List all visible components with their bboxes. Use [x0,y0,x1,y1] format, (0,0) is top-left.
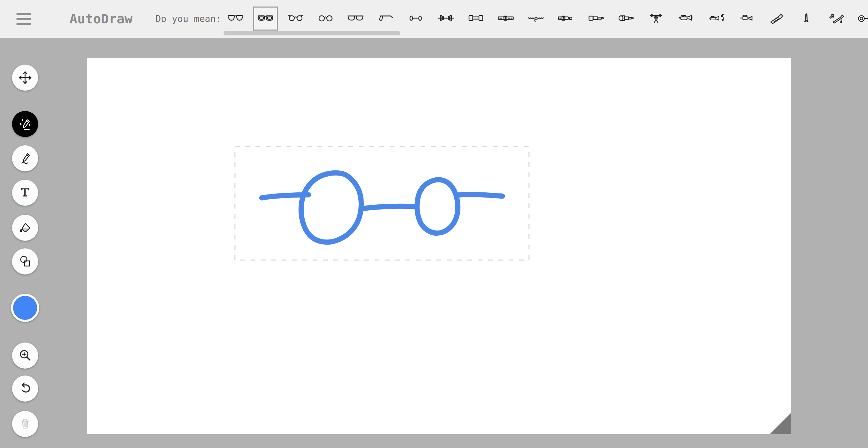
suggestion-trumpet[interactable] [674,7,699,31]
tool-draw-button[interactable] [12,145,38,171]
tool-select-button[interactable] [12,65,38,91]
suggestion-key[interactable] [854,7,868,31]
trumpet-icon [677,13,695,24]
belt-strap-icon [557,13,575,24]
suggestion-belt[interactable] [493,7,518,31]
magnifier-plus-icon [18,348,33,363]
suggestion-round-glasses[interactable] [313,7,338,31]
suggestion-wayfarer-sunglasses[interactable] [343,7,368,31]
suggestion-cat-eye-glasses[interactable] [283,7,308,31]
suggestion-folded-glasses[interactable] [373,7,398,31]
suggestions-scrollbar[interactable] [224,31,400,35]
do-you-mean-label: Do you mean: [155,0,221,38]
undo-arrow-icon [18,381,33,396]
selected-color-swatch [13,296,37,320]
key-icon [858,13,868,24]
aviator-sunglasses-icon [227,13,244,24]
suggestion-telescope[interactable] [584,7,608,31]
magic-pencil-icon [18,116,33,132]
tool-type-button[interactable]: T [12,180,38,206]
svg-text:T: T [21,186,29,199]
spyglass-icon [617,13,635,24]
tool-autodraw-button[interactable] [12,111,38,137]
cornet-icon [738,13,755,24]
cat-eye-glasses-icon [287,13,304,24]
suggestion-thick-rim-glasses[interactable] [253,7,278,31]
folded-glasses-icon [377,13,394,24]
selection-box[interactable] [235,147,529,260]
sketch-stroke-bridge [363,206,414,209]
tool-fill-button[interactable] [12,215,38,241]
suggestion-hand-weights[interactable] [403,7,428,31]
suggestion-trumpet-notes[interactable] [704,7,729,31]
telescope-icon [587,13,605,24]
suggestion-weightlifter[interactable] [644,7,669,31]
suggestion-cornet[interactable] [734,7,759,31]
suggestion-oboe[interactable] [794,7,819,31]
barbell-icon [437,13,455,24]
suggestion-belt-strap[interactable] [554,7,578,31]
canvas-resize-handle[interactable] [770,413,791,434]
suggestion-flute-notes[interactable] [824,7,849,31]
suggestion-dumbbell[interactable] [464,7,488,31]
trumpet-notes-icon [707,13,725,24]
sketch-stroke-left-lens [301,173,361,242]
thick-rim-glasses-icon [257,13,274,24]
suggestion-spyglass[interactable] [614,7,639,31]
belt-icon [497,13,514,24]
trash-icon [18,416,33,432]
drawing-canvas[interactable] [87,58,791,434]
suggestion-barbell[interactable] [433,7,458,31]
letter-t-icon: T [18,185,33,200]
weightlifter-icon [647,13,665,24]
tool-color-button[interactable] [11,294,39,322]
dumbbell-icon [467,13,485,24]
circle-square-icon [18,254,33,269]
tool-shape-button[interactable] [12,248,38,275]
round-glasses-icon [317,13,334,24]
skipping-rope-icon [527,13,545,24]
top-bar: AutoDraw Do you mean: [0,0,868,38]
clarinet-icon [768,13,785,24]
flute-notes-icon [828,13,845,24]
hand-weights-icon [407,13,424,24]
tool-undo-button[interactable] [12,376,38,402]
app-title: AutoDraw [69,0,132,38]
suggestion-clarinet[interactable] [764,7,789,31]
menu-icon[interactable] [17,13,31,25]
sketch-stroke-right-lens [417,180,458,233]
glasses-sketch [87,58,791,434]
suggestion-skipping-rope[interactable] [524,7,549,31]
sketch-stroke-right-temple [456,194,502,196]
tool-zoom-button[interactable] [12,343,38,369]
tool-delete-button[interactable] [12,411,38,437]
pencil-icon [18,151,33,166]
oboe-icon [798,13,815,24]
move-arrows-icon [18,70,33,85]
wayfarer-sunglasses-icon [347,13,364,24]
suggestion-aviator-sunglasses[interactable] [223,7,248,31]
paint-bucket-icon [18,220,33,235]
